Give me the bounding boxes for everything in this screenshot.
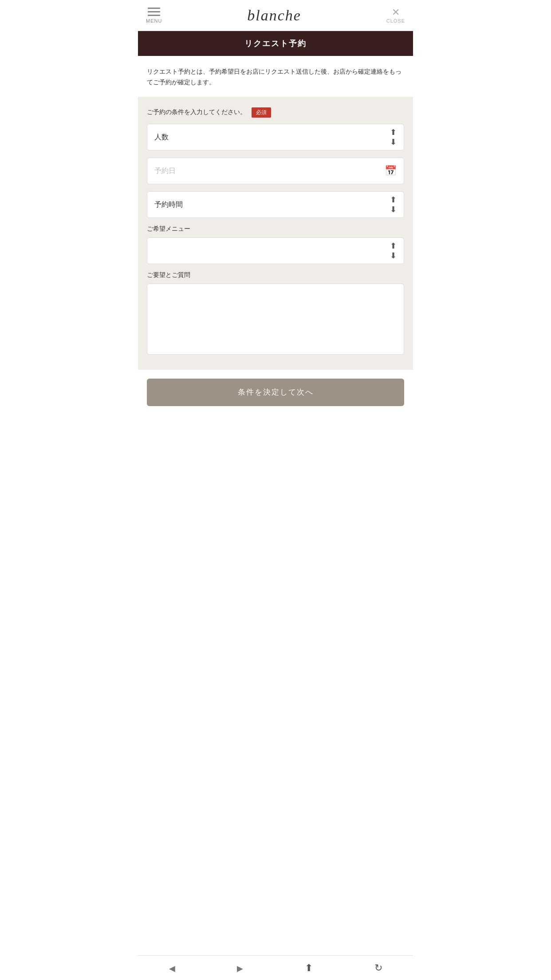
- party-size-field[interactable]: 人数 1名 2名 3名 4名 5名 6名以上 ⬆⬇: [147, 124, 404, 150]
- submit-area: 条件を決定して次へ: [138, 370, 413, 415]
- share-button[interactable]: ⬆︎: [298, 960, 320, 976]
- menu-label: MENU: [146, 18, 162, 24]
- menu-spinner-icon: ⬆⬇: [390, 241, 397, 261]
- back-icon: [169, 962, 175, 973]
- menu-button[interactable]: MENU: [146, 8, 162, 24]
- party-size-spinner-icon: ⬆⬇: [390, 127, 397, 147]
- page-title-bar: リクエスト予約: [138, 31, 413, 56]
- requests-section-label: ご要望とご質問: [147, 271, 404, 279]
- time-field[interactable]: 予約時間 11:00 12:00 13:00 14:00 18:00 19:00…: [147, 191, 404, 218]
- description-text: リクエスト予約とは、予約希望日をお店にリクエスト送信した後、お店から確定連絡をも…: [138, 56, 413, 97]
- required-badge: 必須: [252, 107, 271, 118]
- date-field[interactable]: 📅: [147, 158, 404, 184]
- time-select[interactable]: 予約時間 11:00 12:00 13:00 14:00 18:00 19:00…: [154, 192, 390, 217]
- submit-button[interactable]: 条件を決定して次へ: [147, 379, 404, 406]
- header: MENU blanche ✕ CLOSE: [138, 0, 413, 31]
- requests-textarea[interactable]: [147, 284, 404, 355]
- forward-icon: [237, 962, 243, 973]
- reload-button[interactable]: ↻: [367, 960, 390, 976]
- menu-icon: [148, 8, 160, 16]
- close-label: CLOSE: [386, 18, 405, 24]
- calendar-icon: 📅: [385, 165, 397, 177]
- share-icon: ⬆︎: [305, 962, 313, 973]
- logo: blanche: [247, 7, 301, 24]
- reload-icon: ↻: [374, 962, 382, 973]
- menu-field[interactable]: コース1 コース2 その他 ⬆⬇: [147, 237, 404, 264]
- menu-select[interactable]: コース1 コース2 その他: [154, 238, 390, 264]
- page-title: リクエスト予約: [244, 39, 307, 48]
- close-icon: ✕: [392, 8, 400, 17]
- bottom-nav: ⬆︎ ↻: [138, 955, 413, 980]
- menu-section-label: ご希望メニュー: [147, 225, 404, 233]
- form-section: ご予約の条件を入力してください。 必須 人数 1名 2名 3名 4名 5名 6名…: [138, 97, 413, 370]
- conditions-label-row: ご予約の条件を入力してください。 必須: [147, 107, 404, 118]
- back-button[interactable]: [162, 960, 182, 976]
- conditions-label: ご予約の条件を入力してください。: [147, 108, 246, 116]
- close-button[interactable]: ✕ CLOSE: [386, 8, 405, 24]
- time-spinner-icon: ⬆⬇: [390, 195, 397, 214]
- main-content: リクエスト予約とは、予約希望日をお店にリクエスト送信した後、お店から確定連絡をも…: [138, 56, 413, 955]
- date-input[interactable]: [154, 158, 385, 184]
- party-size-select[interactable]: 人数 1名 2名 3名 4名 5名 6名以上: [154, 124, 390, 150]
- forward-button[interactable]: [230, 960, 250, 976]
